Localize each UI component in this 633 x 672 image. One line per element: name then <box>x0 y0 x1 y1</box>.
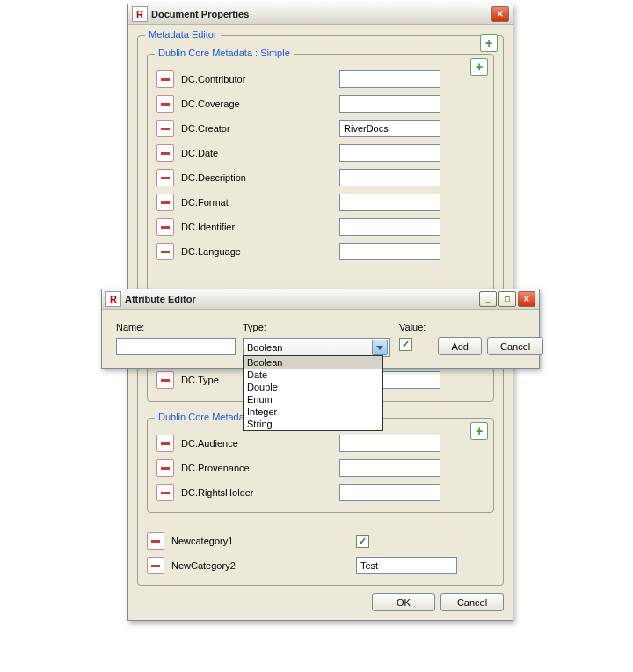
remove-button[interactable] <box>156 243 174 260</box>
dropdown-option[interactable]: Boolean <box>244 356 382 369</box>
row-input[interactable] <box>339 144 440 162</box>
table-row: DC.Provenance <box>156 456 484 480</box>
remove-button[interactable] <box>156 484 174 501</box>
row-input[interactable] <box>339 435 440 452</box>
add-simple-button[interactable]: + <box>470 58 488 76</box>
cancel-button[interactable]: Cancel <box>440 593 504 611</box>
remove-button[interactable] <box>156 194 174 211</box>
table-row: DC.Audience <box>156 431 484 456</box>
row-label: DC.Provenance <box>181 463 339 473</box>
window-title: Document Properties <box>151 9 491 19</box>
dropdown-option[interactable]: Enum <box>244 393 382 405</box>
table-row: DC.Description <box>156 165 484 190</box>
add-button[interactable]: Add <box>438 337 482 355</box>
row-input[interactable] <box>339 169 440 186</box>
row-label: DC.Date <box>181 148 339 158</box>
add-qualified-button[interactable]: + <box>470 422 488 440</box>
row-label: DC.Format <box>181 197 339 208</box>
row-label: DC.Audience <box>181 438 339 449</box>
dropdown-option[interactable]: Date <box>244 369 382 381</box>
qualified-group: Dublin Core Metadata : Qualified + DC.Au… <box>147 418 494 513</box>
simple-legend: Dublin Core Metadata : Simple <box>155 47 294 58</box>
table-row: DC.RightsHolder <box>156 480 484 505</box>
remove-button[interactable] <box>156 435 174 452</box>
table-row: NewCategory2 <box>147 553 494 578</box>
custom-input[interactable] <box>356 557 457 574</box>
row-label: DC.Description <box>181 172 339 183</box>
type-selected: Boolean <box>247 342 282 353</box>
row-label: DC.RightsHolder <box>181 487 339 498</box>
row-label: Newcategory1 <box>171 536 356 546</box>
table-row: DC.Contributor <box>156 67 484 91</box>
row-label: NewCategory2 <box>171 560 356 571</box>
attribute-editor-dialog: R Attribute Editor _ □ ✕ Name: Type: Boo… <box>101 289 540 369</box>
close-button[interactable]: ✕ <box>518 291 535 307</box>
table-row: DC.Creator <box>156 116 484 141</box>
row-input[interactable] <box>339 459 440 477</box>
remove-button[interactable] <box>147 557 164 574</box>
remove-button[interactable] <box>156 459 174 477</box>
metadata-editor-legend: Metadata Editor <box>145 29 221 40</box>
chevron-down-icon <box>372 340 388 355</box>
remove-button[interactable] <box>156 371 174 389</box>
name-input[interactable] <box>116 338 236 355</box>
custom-checkbox[interactable]: ✓ <box>356 535 369 548</box>
cancel-button[interactable]: Cancel <box>487 337 543 355</box>
row-input[interactable] <box>339 120 440 137</box>
maximize-button[interactable]: □ <box>498 291 516 307</box>
remove-button[interactable] <box>156 70 174 88</box>
row-input[interactable] <box>339 70 440 88</box>
table-row: DC.Format <box>156 190 484 215</box>
type-dropdown[interactable]: BooleanDateDoubleEnumIntegerString <box>243 355 383 431</box>
row-input[interactable] <box>339 95 440 113</box>
name-label: Name: <box>116 322 230 332</box>
row-input[interactable] <box>339 218 440 236</box>
row-label: DC.Language <box>181 246 339 257</box>
value-label: Value: <box>399 322 426 332</box>
row-label: DC.Coverage <box>181 99 339 109</box>
remove-button[interactable] <box>156 169 174 186</box>
remove-button[interactable] <box>147 532 164 550</box>
dropdown-option[interactable]: Double <box>244 381 382 393</box>
dropdown-option[interactable]: String <box>244 418 382 430</box>
table-row: DC.Date <box>156 141 484 165</box>
row-input[interactable] <box>339 194 440 211</box>
close-button[interactable]: ✕ <box>491 6 509 22</box>
window-title: Attribute Editor <box>125 294 479 304</box>
app-icon: R <box>132 6 148 22</box>
remove-button[interactable] <box>156 95 174 113</box>
row-label: DC.Contributor <box>181 74 339 84</box>
minimize-button[interactable]: _ <box>479 291 497 307</box>
row-input[interactable] <box>339 243 440 260</box>
type-select[interactable]: Boolean <box>243 338 390 357</box>
table-row: Newcategory1✓ <box>147 529 494 553</box>
remove-button[interactable] <box>156 120 174 137</box>
row-input[interactable] <box>339 484 440 501</box>
add-category-button[interactable]: + <box>480 34 498 52</box>
table-row: DC.Language <box>156 239 484 264</box>
dropdown-option[interactable]: Integer <box>244 405 382 418</box>
table-row: DC.Coverage <box>156 91 484 116</box>
titlebar[interactable]: R Attribute Editor _ □ ✕ <box>102 289 539 310</box>
value-checkbox[interactable]: ✓ <box>399 338 412 351</box>
ok-button[interactable]: OK <box>372 593 435 611</box>
row-label: DC.Identifier <box>181 222 339 232</box>
app-icon: R <box>106 291 121 307</box>
remove-button[interactable] <box>156 218 174 236</box>
type-label: Type: <box>243 322 387 332</box>
remove-button[interactable] <box>156 144 174 162</box>
table-row: DC.Identifier <box>156 215 484 239</box>
row-label: DC.Creator <box>181 123 339 134</box>
titlebar[interactable]: R Document Properties ✕ <box>128 4 513 25</box>
